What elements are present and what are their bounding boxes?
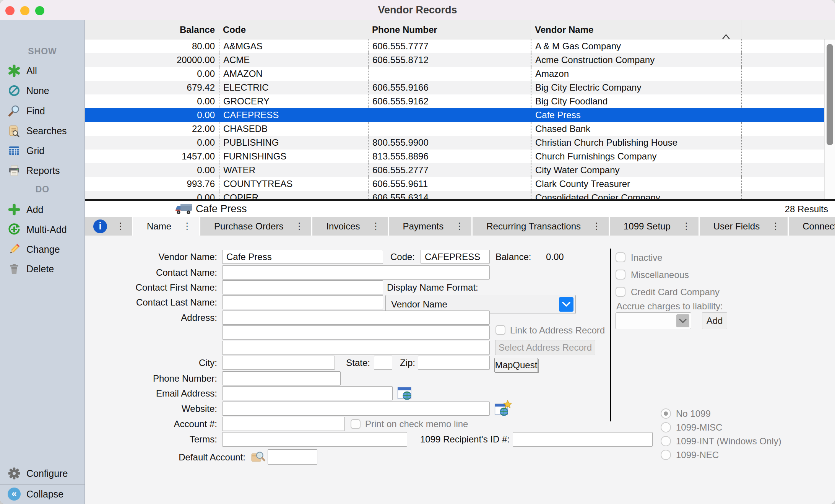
tab-purchase-orders[interactable]: Purchase Orders⋮ (199, 217, 311, 236)
sidebar-item-searches[interactable]: Searches (8, 123, 83, 138)
table-row[interactable]: 993.76COUNTYTREAS606.555.9611Clark Count… (85, 177, 824, 191)
truck-icon (175, 203, 193, 216)
table-row[interactable]: 1457.00FURNISHINGS813.555.8896Church Fur… (85, 150, 824, 163)
state-field[interactable] (374, 356, 392, 370)
credit-card-company-checkbox[interactable] (616, 287, 625, 297)
zip-field[interactable] (418, 356, 490, 370)
column-header-vendor-name[interactable]: Vendor Name (531, 20, 741, 39)
table-row[interactable]: 0.00CAFEPRESSCafe Press (85, 108, 824, 122)
column-header-code[interactable]: Code (219, 20, 368, 39)
inactive-checkbox[interactable] (616, 252, 625, 262)
cell-extra (741, 177, 824, 191)
tab-recurring-transactions[interactable]: Recurring Transactions⋮ (471, 217, 609, 236)
tab-connections[interactable]: Connections⋮ (788, 217, 835, 236)
accrue-liability-select[interactable] (616, 312, 691, 329)
1099-nec-radio[interactable] (661, 450, 671, 460)
sidebar-item-reports[interactable]: Reports (8, 163, 83, 178)
vertical-scrollbar[interactable] (824, 39, 835, 199)
sidebar-item-add[interactable]: Add (8, 202, 83, 217)
collapse-chevrons-icon: « (8, 488, 21, 501)
scrollbar-thumb[interactable] (827, 44, 833, 145)
chevron-down-icon[interactable] (559, 297, 573, 312)
tab-menu-dots[interactable]: ⋮ (183, 221, 192, 231)
tab-menu-dots[interactable]: ⋮ (455, 221, 464, 231)
column-header-phone[interactable]: Phone Number (368, 20, 531, 39)
table-row[interactable]: 679.42ELECTRIC606.555.9166Big City Elect… (85, 81, 824, 94)
sidebar-item-configure[interactable]: Configure (8, 466, 83, 481)
table-row[interactable]: 0.00WATER606.555.2777City Water Company (85, 163, 824, 177)
link-to-address-checkbox[interactable] (495, 325, 505, 335)
cell-vendor: Consolidated Copier Company (531, 191, 741, 199)
contact-name-label: Contact Name: (92, 265, 217, 280)
email-window-icon[interactable] (397, 385, 413, 403)
tab-menu-dots[interactable]: ⋮ (295, 221, 304, 231)
table-row[interactable]: 0.00COPIER606.555.6314Consolidated Copie… (85, 191, 824, 199)
info-icon: i (93, 219, 107, 233)
cell-balance: 22.00 (85, 122, 219, 136)
contact-first-name-field[interactable] (222, 280, 383, 294)
1099-int-radio[interactable] (661, 436, 671, 446)
recipient-id-field[interactable] (513, 432, 653, 447)
sidebar-item-multi-add[interactable]: Multi-Add (8, 222, 83, 237)
city-label: City: (92, 356, 217, 370)
mapquest-button[interactable]: MapQuest (494, 358, 538, 372)
tab-bar: i ⋮ Name⋮Purchase Orders⋮Invoices⋮Paymen… (85, 217, 835, 236)
default-account-field[interactable] (268, 449, 317, 465)
tab-name[interactable]: Name⋮ (132, 217, 199, 236)
phone-number-field[interactable] (222, 371, 341, 385)
code-field[interactable] (421, 250, 490, 264)
cell-extra (741, 67, 824, 81)
table-row[interactable]: 80.00A&MGAS606.555.7777A & M Gas Company (85, 39, 824, 53)
table-row[interactable]: 0.00PUBLISHING800.555.9900Christian Chur… (85, 136, 824, 150)
select-address-record-button[interactable]: Select Address Record (495, 340, 595, 355)
tab-menu-dots[interactable]: ⋮ (116, 221, 125, 231)
sidebar-item-grid[interactable]: Grid (8, 143, 83, 158)
city-field[interactable] (222, 356, 335, 370)
sidebar-item-none[interactable]: None (8, 83, 83, 98)
column-header-balance[interactable]: Balance (85, 20, 219, 39)
table-row[interactable]: 0.00AMAZONAmazon (85, 67, 824, 81)
print-on-check-memo-checkbox[interactable] (351, 419, 361, 429)
sidebar-item-all[interactable]: All (8, 63, 83, 78)
table-row[interactable]: 0.00GROCERY606.555.9162Big City Foodland (85, 94, 824, 108)
tab-info[interactable]: i ⋮ (85, 217, 132, 236)
terms-field[interactable] (222, 432, 407, 447)
recipient-id-label: 1099 Recipient's ID #: (398, 432, 510, 446)
tab-payments[interactable]: Payments⋮ (388, 217, 471, 236)
sidebar-item-label: Reports (26, 165, 60, 176)
sidebar-item-collapse[interactable]: « Collapse (8, 486, 83, 502)
tab-menu-dots[interactable]: ⋮ (592, 221, 601, 231)
accrue-add-button[interactable]: Add (702, 312, 727, 329)
vendor-name-field[interactable] (222, 250, 383, 264)
tab-invoices[interactable]: Invoices⋮ (311, 217, 388, 236)
address-line2-field[interactable] (222, 325, 490, 340)
no-1099-radio[interactable] (661, 408, 671, 419)
cell-phone: 800.555.9900 (368, 136, 531, 150)
tab-user-fields[interactable]: User Fields⋮ (699, 217, 788, 236)
website-label: Website: (92, 402, 217, 416)
table-row[interactable]: 22.00CHASEDBChased Bank (85, 122, 824, 136)
tab-menu-dots[interactable]: ⋮ (771, 221, 780, 231)
book-magnifier-icon[interactable] (251, 450, 266, 464)
address-line3-field[interactable] (222, 341, 490, 355)
tab-menu-dots[interactable]: ⋮ (682, 221, 691, 231)
tab-menu-dots[interactable]: ⋮ (371, 221, 380, 231)
address-line1-field[interactable] (222, 311, 490, 325)
miscellaneous-checkbox[interactable] (616, 270, 625, 280)
account-number-field[interactable] (222, 417, 345, 431)
chevron-down-icon[interactable] (676, 314, 689, 327)
contact-name-field[interactable] (222, 265, 490, 280)
website-field[interactable] (222, 402, 490, 416)
1099-misc-radio[interactable] (661, 422, 671, 432)
table-row[interactable]: 20000.00ACME606.555.8712Acme Constructio… (85, 53, 824, 67)
tab-1099-setup[interactable]: 1099 Setup⋮ (609, 217, 699, 236)
sidebar-item-change[interactable]: Change (8, 242, 83, 257)
contact-last-name-label: Contact Last Name: (92, 295, 217, 309)
contact-last-name-field[interactable] (222, 295, 383, 309)
sidebar-item-delete[interactable]: Delete (8, 261, 83, 276)
website-window-icon[interactable] (494, 400, 512, 419)
email-address-field[interactable] (222, 386, 393, 400)
cell-code: FURNISHINGS (219, 150, 368, 163)
sidebar-item-find[interactable]: Find (8, 103, 83, 119)
vendor-name-label: Vendor Name: (92, 250, 217, 264)
